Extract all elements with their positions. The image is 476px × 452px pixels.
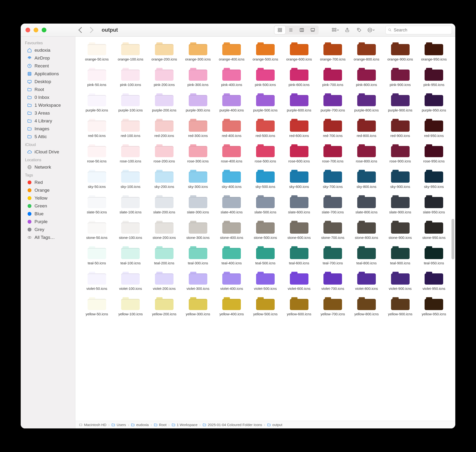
file-item[interactable]: teal-300.icns bbox=[182, 246, 214, 265]
file-item[interactable]: purple-200.icns bbox=[148, 93, 180, 112]
file-item[interactable]: sky-800.icns bbox=[350, 170, 383, 189]
file-item[interactable]: sky-50.icns bbox=[81, 170, 113, 189]
file-item[interactable]: red-900.icns bbox=[384, 119, 417, 138]
file-item[interactable]: rose-200.icns bbox=[148, 144, 180, 163]
file-item[interactable]: rose-100.icns bbox=[114, 144, 147, 163]
sidebar-item[interactable]: Network bbox=[23, 163, 73, 171]
column-view-button[interactable] bbox=[296, 26, 307, 34]
file-item[interactable]: violet-600.icns bbox=[283, 272, 315, 291]
file-item[interactable]: stone-600.icns bbox=[283, 221, 315, 239]
file-item[interactable]: rose-800.icns bbox=[350, 144, 383, 163]
file-item[interactable]: slate-200.icns bbox=[148, 195, 180, 214]
action-button[interactable] bbox=[366, 26, 376, 34]
file-item[interactable]: sky-700.icns bbox=[317, 170, 349, 189]
file-item[interactable]: pink-400.icns bbox=[216, 68, 248, 87]
file-item[interactable]: yellow-600.icns bbox=[283, 297, 315, 316]
file-item[interactable]: red-950.icns bbox=[418, 119, 450, 138]
sidebar-item[interactable]: Grey bbox=[23, 226, 73, 233]
file-item[interactable]: pink-950.icns bbox=[418, 68, 450, 87]
file-item[interactable]: yellow-700.icns bbox=[317, 297, 349, 316]
file-item[interactable]: violet-500.icns bbox=[249, 272, 281, 291]
sidebar-item[interactable]: 4 Library bbox=[23, 117, 73, 125]
file-item[interactable]: slate-800.icns bbox=[350, 195, 383, 214]
file-grid[interactable]: orange-50.icnsorange-100.icnsorange-200.… bbox=[75, 37, 455, 421]
file-item[interactable]: violet-700.icns bbox=[317, 272, 349, 291]
path-segment[interactable]: Users bbox=[111, 423, 126, 427]
file-item[interactable]: teal-950.icns bbox=[418, 246, 450, 265]
close-button[interactable] bbox=[26, 28, 30, 32]
sidebar-item[interactable]: Yellow bbox=[23, 194, 73, 202]
file-item[interactable]: teal-200.icns bbox=[148, 246, 180, 265]
file-item[interactable]: sky-100.icns bbox=[114, 170, 147, 189]
sidebar-item[interactable]: Applications bbox=[23, 70, 73, 78]
file-item[interactable]: teal-700.icns bbox=[317, 246, 349, 265]
file-item[interactable]: stone-300.icns bbox=[182, 221, 214, 239]
file-item[interactable]: pink-300.icns bbox=[182, 68, 214, 87]
file-item[interactable]: yellow-200.icns bbox=[148, 297, 180, 316]
file-item[interactable]: violet-200.icns bbox=[148, 272, 180, 291]
path-segment[interactable]: output bbox=[267, 423, 282, 427]
file-item[interactable]: red-600.icns bbox=[283, 119, 315, 138]
file-item[interactable]: orange-50.icns bbox=[81, 42, 113, 61]
path-segment[interactable]: eudoxia bbox=[131, 423, 149, 427]
file-item[interactable]: yellow-500.icns bbox=[249, 297, 281, 316]
group-button[interactable] bbox=[331, 26, 340, 34]
file-item[interactable]: teal-100.icns bbox=[114, 246, 147, 265]
file-item[interactable]: sky-600.icns bbox=[283, 170, 315, 189]
file-item[interactable]: violet-900.icns bbox=[384, 272, 417, 291]
file-item[interactable]: violet-100.icns bbox=[114, 272, 147, 291]
file-item[interactable]: slate-500.icns bbox=[249, 195, 281, 214]
file-item[interactable]: purple-100.icns bbox=[114, 93, 147, 112]
file-item[interactable]: yellow-800.icns bbox=[350, 297, 383, 316]
file-item[interactable]: teal-900.icns bbox=[384, 246, 417, 265]
file-item[interactable]: yellow-900.icns bbox=[384, 297, 417, 316]
sidebar-item[interactable]: Desktop bbox=[23, 78, 73, 86]
file-item[interactable]: teal-800.icns bbox=[350, 246, 383, 265]
path-segment[interactable]: Macintosh HD bbox=[79, 423, 106, 427]
file-item[interactable]: slate-950.icns bbox=[418, 195, 450, 214]
file-item[interactable]: purple-700.icns bbox=[317, 93, 349, 112]
file-item[interactable]: stone-950.icns bbox=[418, 221, 450, 239]
file-item[interactable]: slate-50.icns bbox=[81, 195, 113, 214]
file-item[interactable]: orange-700.icns bbox=[317, 42, 349, 61]
file-item[interactable]: pink-500.icns bbox=[249, 68, 281, 87]
file-item[interactable]: sky-400.icns bbox=[216, 170, 248, 189]
file-item[interactable]: slate-700.icns bbox=[317, 195, 349, 214]
gallery-view-button[interactable] bbox=[307, 26, 318, 34]
file-item[interactable]: purple-900.icns bbox=[384, 93, 417, 112]
forward-button[interactable] bbox=[87, 27, 93, 33]
sidebar-item[interactable]: Root bbox=[23, 86, 73, 93]
sidebar-item[interactable]: iCloud Drive bbox=[23, 148, 73, 156]
sidebar-item[interactable]: Orange bbox=[23, 186, 73, 194]
file-item[interactable]: stone-500.icns bbox=[249, 221, 281, 239]
file-item[interactable]: yellow-100.icns bbox=[114, 297, 147, 316]
file-item[interactable]: pink-800.icns bbox=[350, 68, 383, 87]
file-item[interactable]: red-50.icns bbox=[81, 119, 113, 138]
file-item[interactable]: red-100.icns bbox=[114, 119, 147, 138]
file-item[interactable]: purple-600.icns bbox=[283, 93, 315, 112]
file-item[interactable]: purple-50.icns bbox=[81, 93, 113, 112]
file-item[interactable]: sky-900.icns bbox=[384, 170, 417, 189]
file-item[interactable]: purple-800.icns bbox=[350, 93, 383, 112]
file-item[interactable]: red-400.icns bbox=[216, 119, 248, 138]
tag-button[interactable] bbox=[354, 26, 364, 34]
file-item[interactable]: orange-500.icns bbox=[249, 42, 281, 61]
file-item[interactable]: yellow-50.icns bbox=[81, 297, 113, 316]
sidebar-item[interactable]: Red bbox=[23, 179, 73, 186]
file-item[interactable]: stone-100.icns bbox=[114, 221, 147, 239]
file-item[interactable]: stone-200.icns bbox=[148, 221, 180, 239]
file-item[interactable]: stone-700.icns bbox=[317, 221, 349, 239]
file-item[interactable]: rose-400.icns bbox=[216, 144, 248, 163]
sidebar-item[interactable]: Images bbox=[23, 125, 73, 133]
file-item[interactable]: slate-300.icns bbox=[182, 195, 214, 214]
path-segment[interactable]: Root bbox=[154, 423, 167, 427]
path-segment[interactable]: 2025-01-04 Coloured Folder Icons bbox=[202, 423, 262, 427]
file-item[interactable]: pink-900.icns bbox=[384, 68, 417, 87]
file-item[interactable]: violet-300.icns bbox=[182, 272, 214, 291]
file-item[interactable]: slate-100.icns bbox=[114, 195, 147, 214]
file-item[interactable]: purple-400.icns bbox=[216, 93, 248, 112]
sidebar-item[interactable]: 1 Workspace bbox=[23, 101, 73, 109]
sidebar-item[interactable]: Purple bbox=[23, 218, 73, 226]
file-item[interactable]: sky-950.icns bbox=[418, 170, 450, 189]
file-item[interactable]: slate-600.icns bbox=[283, 195, 315, 214]
